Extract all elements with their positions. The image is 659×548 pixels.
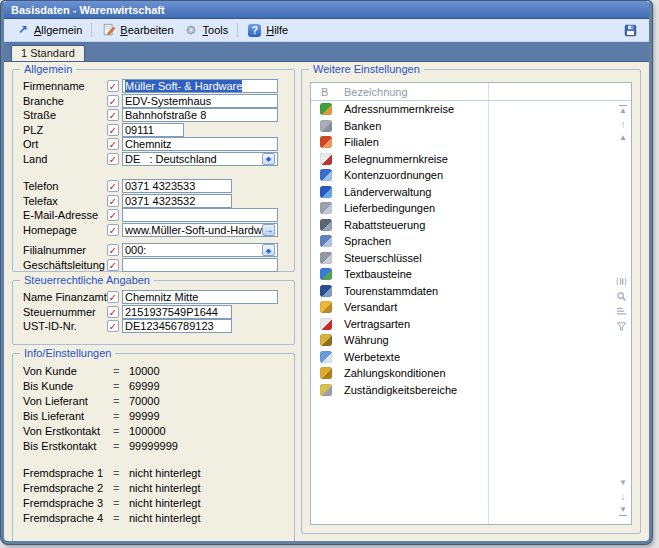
settings-list-item[interactable]: Sprachen: [311, 233, 631, 250]
field-check-icon[interactable]: ✓: [107, 209, 119, 221]
dropdown-icon[interactable]: ◆: [262, 244, 275, 256]
info-label: Bis Lieferant: [23, 410, 113, 422]
settings-list-item[interactable]: Lieferbedingungen: [311, 200, 631, 217]
equals-sign: =: [113, 512, 129, 524]
column-header-b[interactable]: B: [311, 86, 341, 98]
scroll-to-bottom-icon[interactable]: ▼: [619, 506, 627, 516]
delivery-terms-icon: [320, 202, 332, 214]
info-row: Bis Lieferant = 99999: [23, 408, 288, 423]
field-label: Homepage: [23, 224, 107, 236]
menu-tools[interactable]: Tools: [179, 22, 234, 39]
field-check-icon[interactable]: ✓: [107, 109, 119, 121]
info-value: 99999999: [129, 440, 178, 452]
menu-allgemein[interactable]: ↗ Allgemein: [10, 22, 87, 39]
text-input[interactable]: 09111 ◆ →: [122, 123, 184, 137]
text-input[interactable]: Müller Soft- & Hardware ◆ →: [122, 79, 278, 93]
scroll-to-top-icon[interactable]: ▲: [619, 105, 627, 115]
settings-list-item[interactable]: Werbetexte: [311, 349, 631, 366]
field-check-icon[interactable]: ✓: [107, 291, 119, 303]
settings-list-item[interactable]: Adressnummernkreise: [311, 101, 631, 118]
settings-item-label: Rabattsteuerung: [341, 219, 425, 231]
field-check-icon[interactable]: ✓: [107, 95, 119, 107]
text-input[interactable]: DE123456789123: [122, 319, 232, 333]
form-row: E-Mail-Adresse ✓ ◆ →: [23, 208, 288, 223]
settings-list-item[interactable]: Länderverwaltung: [311, 184, 631, 201]
dropdown-icon[interactable]: ◆: [262, 153, 275, 165]
text-input[interactable]: DE : Deutschland ◆ →: [122, 152, 278, 166]
settings-item-label: Adressnummernkreise: [341, 103, 454, 115]
text-input[interactable]: Chemnitz ◆ →: [122, 137, 278, 151]
text-input[interactable]: www.Müller-Soft-und-Hardware.de ◆ →: [122, 223, 278, 237]
settings-list-item[interactable]: Währung: [311, 332, 631, 349]
settings-list-item[interactable]: Steuerschlüssel: [311, 250, 631, 267]
text-input[interactable]: 0371 4323532 ◆ →: [122, 194, 232, 208]
field-check-icon[interactable]: ✓: [107, 124, 119, 136]
settings-item-label: Versandart: [341, 301, 397, 313]
save-button[interactable]: [618, 22, 643, 39]
settings-list-item[interactable]: Textbausteine: [311, 266, 631, 283]
go-arrow-icon[interactable]: →: [262, 224, 275, 236]
previous-record-icon[interactable]: ▲: [619, 134, 627, 142]
settings-list-item[interactable]: Zahlungskonditionen: [311, 365, 631, 382]
field-check-icon[interactable]: ✓: [107, 224, 119, 236]
filter-icon[interactable]: [616, 321, 627, 332]
settings-list-item[interactable]: Belegnummernkreise: [311, 151, 631, 168]
columns-icon[interactable]: [616, 276, 627, 287]
field-check-icon[interactable]: ✓: [107, 306, 119, 318]
toolbar-separator: [237, 23, 238, 37]
search-icon[interactable]: [616, 291, 627, 302]
settings-list-item[interactable]: Filialen: [311, 134, 631, 151]
field-check-icon[interactable]: ✓: [107, 138, 119, 150]
text-input[interactable]: ◆ →: [122, 258, 278, 272]
field-check-icon[interactable]: ✓: [107, 180, 119, 192]
info-row: Bis Kunde = 69999: [23, 378, 288, 393]
responsibility-areas-icon: [320, 384, 332, 396]
settings-list-item[interactable]: Vertragsarten: [311, 316, 631, 333]
text-input[interactable]: EDV-Systemhaus ◆ →: [122, 94, 278, 108]
form-row: Branche ✓ EDV-Systemhaus ◆ →: [23, 94, 288, 109]
branches-icon: [320, 136, 332, 148]
text-input[interactable]: 0371 4323533 ◆ →: [122, 179, 232, 193]
info-row: Von Erstkontakt = 100000: [23, 423, 288, 438]
menu-bearbeiten[interactable]: Bearbeiten: [96, 22, 178, 39]
main-content: Allgemein Firmenname ✓ Müller Soft- & Ha…: [4, 62, 649, 541]
next-record-icon[interactable]: ▼: [619, 479, 627, 487]
settings-list-item[interactable]: Zuständigkeitsbereiche: [311, 382, 631, 399]
text-input[interactable]: Chemnitz Mitte: [122, 290, 278, 304]
menu-hilfe[interactable]: ? Hilfe: [242, 22, 293, 39]
tab-bar: 1 Standard: [4, 42, 649, 62]
right-column: Weitere Einstellungen B Bezeichnung Adre…: [301, 69, 641, 534]
payment-terms-icon: [320, 367, 332, 379]
text-input[interactable]: Bahnhofstraße 8 ◆ →: [122, 108, 278, 122]
contract-types-icon: [320, 318, 332, 330]
settings-list-item[interactable]: Rabattsteuerung: [311, 217, 631, 234]
info-value: nicht hinterlegt: [129, 482, 201, 494]
text-input[interactable]: 2151937549P1644: [122, 305, 232, 319]
settings-list-item[interactable]: Tourenstammdaten: [311, 283, 631, 300]
save-icon: [623, 23, 638, 38]
settings-list-item[interactable]: Kontenzuordnungen: [311, 167, 631, 184]
sort-icon[interactable]: [616, 306, 627, 317]
info-row: Fremdsprache 2 = nicht hinterlegt: [23, 480, 288, 495]
settings-list-item[interactable]: Banken: [311, 118, 631, 135]
settings-list-item[interactable]: Versandart: [311, 299, 631, 316]
tab-standard[interactable]: 1 Standard: [11, 45, 85, 61]
field-label: Name Finanzamt: [23, 291, 107, 303]
column-header-bezeichnung[interactable]: Bezeichnung: [341, 86, 408, 98]
field-check-icon[interactable]: ✓: [107, 259, 119, 271]
text-input[interactable]: ◆ →: [122, 208, 278, 222]
equals-sign: =: [113, 497, 129, 509]
field-check-icon[interactable]: ✓: [107, 244, 119, 256]
input-value: 0371 4323532: [125, 195, 195, 207]
text-input[interactable]: 000: ◆ →: [122, 243, 278, 257]
field-check-icon[interactable]: ✓: [107, 153, 119, 165]
field-check-icon[interactable]: ✓: [107, 195, 119, 207]
field-label: Ort: [23, 138, 107, 150]
field-check-icon[interactable]: ✓: [107, 320, 119, 332]
shipping-type-icon: [320, 301, 332, 313]
page-down-icon[interactable]: ↓: [621, 492, 626, 501]
banks-icon: [320, 120, 332, 132]
page-up-icon[interactable]: ↑: [621, 120, 626, 129]
settings-item-label: Lieferbedingungen: [341, 202, 435, 214]
field-check-icon[interactable]: ✓: [107, 80, 119, 92]
